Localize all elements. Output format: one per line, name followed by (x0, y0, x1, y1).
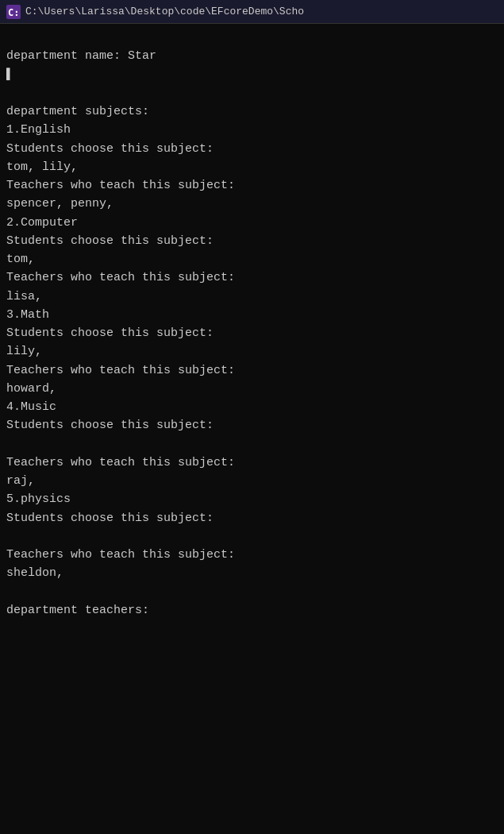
console-line-14: lisa, (6, 288, 498, 306)
console-line-24: raj, (6, 472, 498, 490)
console-line-13: Teachers who teach this subject: (6, 268, 498, 287)
console-line-17: lily, (6, 342, 498, 361)
console-line-12: tom, (6, 250, 498, 268)
console-line-23: Teachers who teach this subject: (6, 454, 498, 472)
console-line-2 (6, 66, 498, 84)
console-line-3 (6, 84, 498, 102)
console-line-15: 3.Math (6, 306, 498, 324)
cmd-icon: C: (6, 5, 21, 19)
console-line-9: spencer, penny, (6, 195, 498, 213)
console-line-18: Teachers who teach this subject: (6, 361, 498, 380)
title-bar: C: C:\Users\Larissa\Desktop\code\EFcoreD… (0, 0, 504, 24)
console-line-28: Teachers who teach this subject: (6, 546, 498, 564)
console-line-30 (6, 583, 498, 601)
console-line-26: Students choose this subject: (6, 509, 498, 527)
title-bar-text: C:\Users\Larissa\Desktop\code\EFcoreDemo… (25, 6, 304, 17)
console-line-8: Teachers who teach this subject: (6, 176, 498, 195)
console-line-25: 5.physics (6, 490, 498, 508)
console-line-20: 4.Music (6, 398, 498, 416)
console-line-11: Students choose this subject: (6, 232, 498, 250)
console-line-29: sheldon, (6, 564, 498, 582)
console-line-19: howard, (6, 380, 498, 398)
console-line-10: 2.Computer (6, 214, 498, 232)
console-line-22 (6, 435, 498, 454)
console-output: department name: Stardepartment subjects… (0, 24, 504, 624)
console-line-6: Students choose this subject: (6, 140, 498, 158)
console-line-5: 1.English (6, 121, 498, 139)
console-line-4: department subjects: (6, 102, 498, 121)
svg-text:C:: C: (8, 7, 19, 18)
console-line-21: Students choose this subject: (6, 416, 498, 434)
console-line-27 (6, 527, 498, 546)
console-line-7: tom, lily, (6, 158, 498, 176)
console-line-31: department teachers: (6, 601, 498, 620)
console-line-16: Students choose this subject: (6, 324, 498, 342)
console-line-1: department name: Star (6, 47, 498, 65)
